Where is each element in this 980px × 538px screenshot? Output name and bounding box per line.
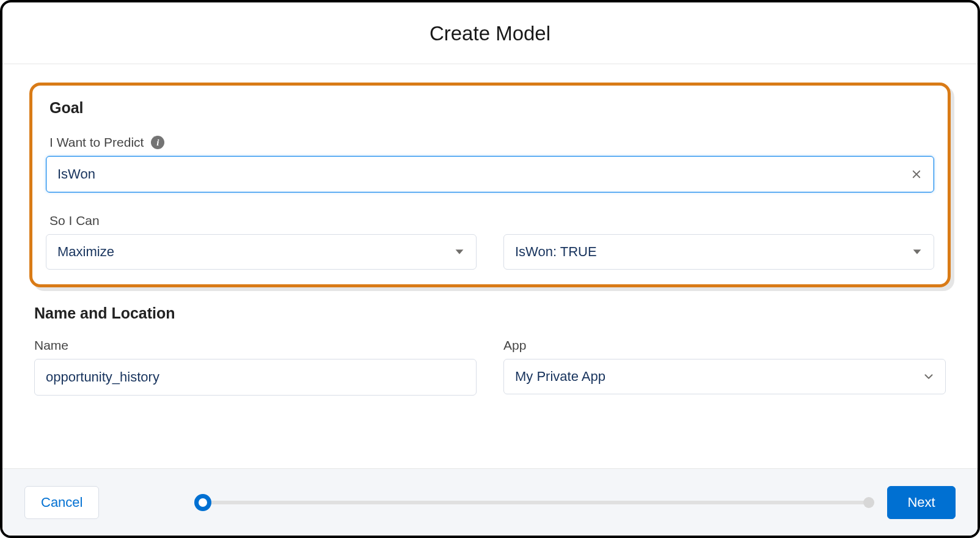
app-select-value: My Private App: [515, 369, 605, 385]
progress-step-current: [194, 494, 211, 511]
progress-step-upcoming: [863, 497, 874, 508]
progress-track: [203, 501, 869, 504]
create-model-dialog: Create Model Goal I Want to Predict i So…: [0, 0, 980, 538]
predict-input-wrap: [46, 156, 934, 193]
app-select[interactable]: My Private App: [503, 359, 946, 394]
so-i-can-label-row: So I Can: [46, 213, 934, 228]
goal-heading: Goal: [46, 99, 934, 117]
chevron-down-icon: [910, 245, 924, 259]
target-value-select-value: IsWon: TRUE: [515, 244, 597, 260]
dialog-header: Create Model: [2, 2, 978, 64]
info-icon[interactable]: i: [151, 136, 164, 149]
maximize-select-value: Maximize: [57, 244, 114, 260]
name-location-heading: Name and Location: [34, 304, 946, 322]
predict-label-row: I Want to Predict i: [46, 135, 934, 150]
maximize-select[interactable]: Maximize: [46, 234, 477, 270]
dialog-title: Create Model: [2, 22, 978, 45]
so-i-can-label: So I Can: [49, 213, 100, 228]
progress-indicator: [99, 501, 887, 504]
name-label: Name: [34, 338, 68, 353]
clear-icon[interactable]: [907, 165, 926, 183]
name-location-section: Name and Location Name App My Private Ap…: [29, 304, 951, 396]
chevron-down-icon: [453, 245, 466, 259]
app-label: App: [503, 338, 526, 353]
target-value-select[interactable]: IsWon: TRUE: [503, 234, 934, 270]
dialog-body: Goal I Want to Predict i So I Can: [2, 64, 978, 468]
name-input[interactable]: [34, 359, 477, 396]
dialog-footer: Cancel Next: [2, 468, 978, 536]
goal-section-highlighted: Goal I Want to Predict i So I Can: [29, 83, 951, 287]
chevron-down-icon: [922, 370, 935, 383]
next-button[interactable]: Next: [887, 486, 956, 519]
cancel-button[interactable]: Cancel: [24, 486, 99, 519]
predict-label: I Want to Predict: [49, 135, 144, 150]
predict-input[interactable]: [46, 156, 934, 193]
